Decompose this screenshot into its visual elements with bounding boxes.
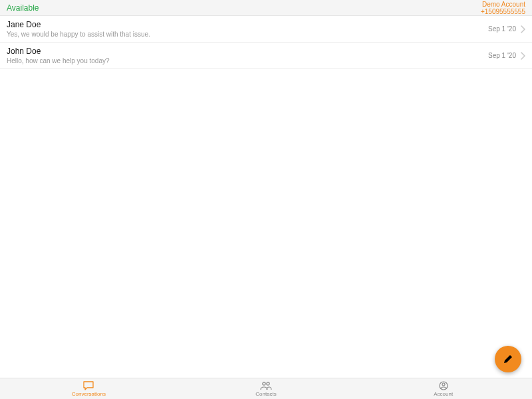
availability-status[interactable]: Available	[7, 3, 39, 13]
people-icon	[260, 381, 272, 390]
svg-point-0	[263, 382, 265, 384]
tab-account[interactable]: Account	[354, 378, 532, 399]
conversation-meta: Sep 1 '20	[488, 52, 525, 60]
conversation-row[interactable]: John Doe Hello, how can we help you toda…	[0, 43, 532, 69]
status-bar: Available Demo Account +15095555555	[0, 0, 532, 16]
account-name: Demo Account	[481, 1, 525, 8]
tab-conversations[interactable]: Conversations	[0, 378, 178, 399]
conversation-preview: Yes, we would be happy to assist with th…	[7, 31, 488, 38]
tab-contacts[interactable]: Contacts	[178, 378, 355, 399]
tab-label: Account	[434, 391, 453, 397]
conversation-preview: Hello, how can we help you today?	[7, 57, 488, 65]
svg-point-3	[442, 383, 445, 386]
tab-label: Contacts	[255, 391, 277, 397]
conversation-main: Jane Doe Yes, we would be happy to assis…	[7, 20, 488, 38]
conversation-date: Sep 1 '20	[488, 52, 516, 59]
conversation-list: Jane Doe Yes, we would be happy to assis…	[0, 16, 532, 69]
chevron-right-icon	[520, 25, 525, 33]
person-circle-icon	[439, 381, 448, 390]
svg-point-1	[267, 382, 269, 384]
conversation-row[interactable]: Jane Doe Yes, we would be happy to assis…	[0, 16, 532, 43]
tab-label: Conversations	[72, 391, 106, 397]
conversation-main: John Doe Hello, how can we help you toda…	[7, 47, 488, 65]
pencil-icon	[502, 353, 514, 365]
compose-button[interactable]	[495, 346, 521, 372]
chevron-right-icon	[520, 52, 525, 60]
conversation-name: Jane Doe	[7, 20, 488, 29]
conversation-name: John Doe	[7, 47, 488, 56]
conversation-meta: Sep 1 '20	[488, 25, 525, 33]
conversation-date: Sep 1 '20	[488, 25, 516, 33]
account-info[interactable]: Demo Account +15095555555	[481, 1, 525, 15]
account-phone: +15095555555	[481, 8, 525, 15]
chat-icon	[83, 381, 94, 390]
tab-bar: Conversations Contacts Account	[0, 378, 532, 399]
